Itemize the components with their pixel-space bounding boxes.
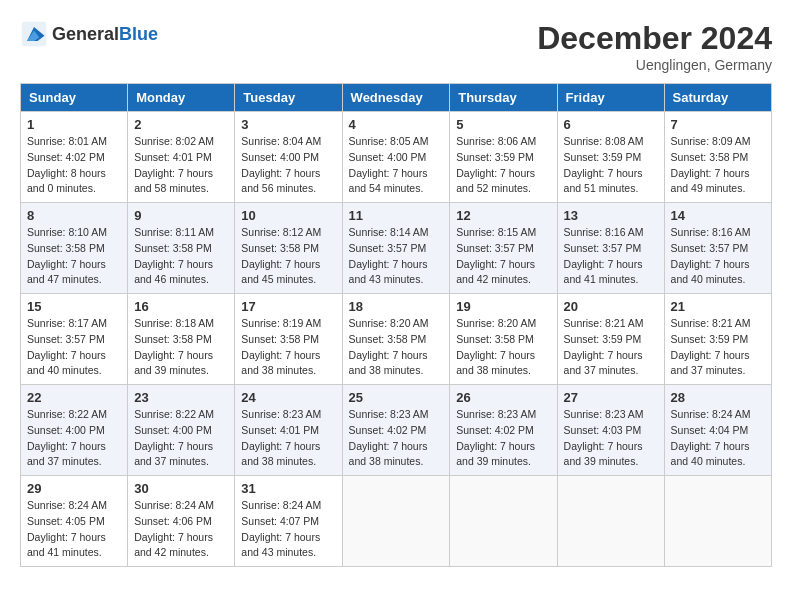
day-info: Sunrise: 8:01 AMSunset: 4:02 PMDaylight:…: [27, 134, 121, 197]
calendar-cell: 27Sunrise: 8:23 AMSunset: 4:03 PMDayligh…: [557, 385, 664, 476]
day-info: Sunrise: 8:23 AMSunset: 4:02 PMDaylight:…: [349, 407, 444, 470]
calendar-cell: 8Sunrise: 8:10 AMSunset: 3:58 PMDaylight…: [21, 203, 128, 294]
day-info: Sunrise: 8:16 AMSunset: 3:57 PMDaylight:…: [564, 225, 658, 288]
day-number: 6: [564, 117, 658, 132]
day-number: 21: [671, 299, 765, 314]
calendar-week-2: 8Sunrise: 8:10 AMSunset: 3:58 PMDaylight…: [21, 203, 772, 294]
day-info: Sunrise: 8:24 AMSunset: 4:06 PMDaylight:…: [134, 498, 228, 561]
day-number: 19: [456, 299, 550, 314]
day-number: 31: [241, 481, 335, 496]
day-info: Sunrise: 8:15 AMSunset: 3:57 PMDaylight:…: [456, 225, 550, 288]
calendar-cell: 21Sunrise: 8:21 AMSunset: 3:59 PMDayligh…: [664, 294, 771, 385]
logo-icon: [20, 20, 48, 48]
day-info: Sunrise: 8:23 AMSunset: 4:02 PMDaylight:…: [456, 407, 550, 470]
logo-text: GeneralBlue: [52, 24, 158, 45]
calendar-cell: 11Sunrise: 8:14 AMSunset: 3:57 PMDayligh…: [342, 203, 450, 294]
day-info: Sunrise: 8:23 AMSunset: 4:01 PMDaylight:…: [241, 407, 335, 470]
day-number: 12: [456, 208, 550, 223]
calendar-cell: 18Sunrise: 8:20 AMSunset: 3:58 PMDayligh…: [342, 294, 450, 385]
calendar-cell: 24Sunrise: 8:23 AMSunset: 4:01 PMDayligh…: [235, 385, 342, 476]
day-info: Sunrise: 8:08 AMSunset: 3:59 PMDaylight:…: [564, 134, 658, 197]
calendar-cell: 13Sunrise: 8:16 AMSunset: 3:57 PMDayligh…: [557, 203, 664, 294]
calendar-cell: 28Sunrise: 8:24 AMSunset: 4:04 PMDayligh…: [664, 385, 771, 476]
day-number: 10: [241, 208, 335, 223]
day-number: 2: [134, 117, 228, 132]
day-number: 14: [671, 208, 765, 223]
calendar-cell: 5Sunrise: 8:06 AMSunset: 3:59 PMDaylight…: [450, 112, 557, 203]
day-info: Sunrise: 8:24 AMSunset: 4:07 PMDaylight:…: [241, 498, 335, 561]
day-info: Sunrise: 8:19 AMSunset: 3:58 PMDaylight:…: [241, 316, 335, 379]
calendar-cell: 14Sunrise: 8:16 AMSunset: 3:57 PMDayligh…: [664, 203, 771, 294]
day-info: Sunrise: 8:02 AMSunset: 4:01 PMDaylight:…: [134, 134, 228, 197]
calendar-cell: 9Sunrise: 8:11 AMSunset: 3:58 PMDaylight…: [128, 203, 235, 294]
calendar-cell: 30Sunrise: 8:24 AMSunset: 4:06 PMDayligh…: [128, 476, 235, 567]
day-info: Sunrise: 8:17 AMSunset: 3:57 PMDaylight:…: [27, 316, 121, 379]
day-info: Sunrise: 8:16 AMSunset: 3:57 PMDaylight:…: [671, 225, 765, 288]
day-info: Sunrise: 8:22 AMSunset: 4:00 PMDaylight:…: [27, 407, 121, 470]
calendar-week-3: 15Sunrise: 8:17 AMSunset: 3:57 PMDayligh…: [21, 294, 772, 385]
calendar-cell: 4Sunrise: 8:05 AMSunset: 4:00 PMDaylight…: [342, 112, 450, 203]
day-number: 30: [134, 481, 228, 496]
day-number: 23: [134, 390, 228, 405]
calendar-cell: 7Sunrise: 8:09 AMSunset: 3:58 PMDaylight…: [664, 112, 771, 203]
calendar-cell: 6Sunrise: 8:08 AMSunset: 3:59 PMDaylight…: [557, 112, 664, 203]
day-number: 29: [27, 481, 121, 496]
calendar-cell: 26Sunrise: 8:23 AMSunset: 4:02 PMDayligh…: [450, 385, 557, 476]
day-number: 8: [27, 208, 121, 223]
calendar-cell: 1Sunrise: 8:01 AMSunset: 4:02 PMDaylight…: [21, 112, 128, 203]
day-number: 22: [27, 390, 121, 405]
day-number: 15: [27, 299, 121, 314]
day-info: Sunrise: 8:22 AMSunset: 4:00 PMDaylight:…: [134, 407, 228, 470]
calendar-cell: 19Sunrise: 8:20 AMSunset: 3:58 PMDayligh…: [450, 294, 557, 385]
calendar-cell: 20Sunrise: 8:21 AMSunset: 3:59 PMDayligh…: [557, 294, 664, 385]
day-info: Sunrise: 8:06 AMSunset: 3:59 PMDaylight:…: [456, 134, 550, 197]
calendar-week-1: 1Sunrise: 8:01 AMSunset: 4:02 PMDaylight…: [21, 112, 772, 203]
calendar-header-row: SundayMondayTuesdayWednesdayThursdayFrid…: [21, 84, 772, 112]
calendar-table: SundayMondayTuesdayWednesdayThursdayFrid…: [20, 83, 772, 567]
day-header-monday: Monday: [128, 84, 235, 112]
day-info: Sunrise: 8:24 AMSunset: 4:05 PMDaylight:…: [27, 498, 121, 561]
day-number: 26: [456, 390, 550, 405]
day-header-tuesday: Tuesday: [235, 84, 342, 112]
day-number: 28: [671, 390, 765, 405]
calendar-cell: 25Sunrise: 8:23 AMSunset: 4:02 PMDayligh…: [342, 385, 450, 476]
day-info: Sunrise: 8:11 AMSunset: 3:58 PMDaylight:…: [134, 225, 228, 288]
day-number: 4: [349, 117, 444, 132]
page-header: GeneralBlue December 2024 Uenglingen, Ge…: [20, 20, 772, 73]
day-info: Sunrise: 8:18 AMSunset: 3:58 PMDaylight:…: [134, 316, 228, 379]
calendar-cell: [664, 476, 771, 567]
day-number: 20: [564, 299, 658, 314]
day-info: Sunrise: 8:23 AMSunset: 4:03 PMDaylight:…: [564, 407, 658, 470]
day-info: Sunrise: 8:12 AMSunset: 3:58 PMDaylight:…: [241, 225, 335, 288]
day-header-thursday: Thursday: [450, 84, 557, 112]
day-header-wednesday: Wednesday: [342, 84, 450, 112]
calendar-cell: [342, 476, 450, 567]
title-section: December 2024 Uenglingen, Germany: [537, 20, 772, 73]
day-number: 16: [134, 299, 228, 314]
calendar-cell: [450, 476, 557, 567]
day-info: Sunrise: 8:04 AMSunset: 4:00 PMDaylight:…: [241, 134, 335, 197]
day-number: 3: [241, 117, 335, 132]
day-header-friday: Friday: [557, 84, 664, 112]
day-number: 7: [671, 117, 765, 132]
day-info: Sunrise: 8:14 AMSunset: 3:57 PMDaylight:…: [349, 225, 444, 288]
calendar-cell: 22Sunrise: 8:22 AMSunset: 4:00 PMDayligh…: [21, 385, 128, 476]
day-info: Sunrise: 8:21 AMSunset: 3:59 PMDaylight:…: [671, 316, 765, 379]
location: Uenglingen, Germany: [537, 57, 772, 73]
day-info: Sunrise: 8:20 AMSunset: 3:58 PMDaylight:…: [456, 316, 550, 379]
day-number: 24: [241, 390, 335, 405]
day-header-saturday: Saturday: [664, 84, 771, 112]
day-number: 11: [349, 208, 444, 223]
calendar-cell: 29Sunrise: 8:24 AMSunset: 4:05 PMDayligh…: [21, 476, 128, 567]
day-number: 27: [564, 390, 658, 405]
logo-general: General: [52, 24, 119, 44]
calendar-cell: 3Sunrise: 8:04 AMSunset: 4:00 PMDaylight…: [235, 112, 342, 203]
calendar-cell: 16Sunrise: 8:18 AMSunset: 3:58 PMDayligh…: [128, 294, 235, 385]
day-number: 25: [349, 390, 444, 405]
day-info: Sunrise: 8:09 AMSunset: 3:58 PMDaylight:…: [671, 134, 765, 197]
day-header-sunday: Sunday: [21, 84, 128, 112]
day-number: 9: [134, 208, 228, 223]
day-info: Sunrise: 8:10 AMSunset: 3:58 PMDaylight:…: [27, 225, 121, 288]
calendar-week-5: 29Sunrise: 8:24 AMSunset: 4:05 PMDayligh…: [21, 476, 772, 567]
day-info: Sunrise: 8:21 AMSunset: 3:59 PMDaylight:…: [564, 316, 658, 379]
